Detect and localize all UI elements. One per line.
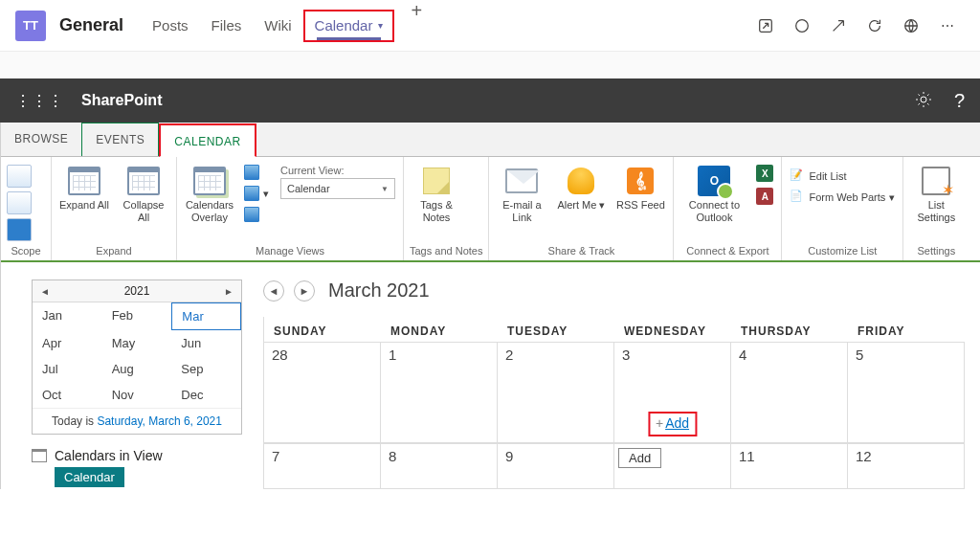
mini-cal-month[interactable]: Dec [171,382,241,408]
add-plain-button[interactable]: Add [618,448,661,468]
settings-gear-icon[interactable] [914,90,933,112]
mini-cal-prev[interactable]: ◄ [40,286,50,297]
tab-calendar[interactable]: Calendar ▾ [303,10,395,42]
calendar-day-cell[interactable]: Add [614,443,731,489]
add-tab-button[interactable]: + [402,0,431,52]
ribbon-tab-calendar[interactable]: CALENDAR [159,123,256,157]
current-view-label: Current View: [280,165,395,176]
open-access-button[interactable]: A [754,186,775,207]
rss-feed-button[interactable]: 𝄠 RSS Feed [613,161,667,212]
connect-outlook-button[interactable]: O Connect to Outlook [679,161,748,224]
mini-cal-next[interactable]: ► [224,286,234,297]
ribbon-tab-browse[interactable]: BROWSE [1,123,81,156]
tab-calendar-label: Calendar [315,17,373,34]
mini-cal-month[interactable]: Oct [33,382,102,408]
create-view-button[interactable] [242,163,271,182]
ribbon-group-scope: Scope [1,157,52,260]
ribbon-group-label: Connect & Export [679,243,775,258]
email-link-button[interactable]: E-mail a Link [495,161,548,224]
expand-icon[interactable] [829,16,848,35]
tags-notes-button[interactable]: Tags & Notes [410,161,463,224]
dropdown-icon: ▼ [381,185,389,193]
ribbon-tabs: BROWSE EVENTS CALENDAR [1,123,980,157]
calendar-expand-icon [68,167,100,195]
more-icon[interactable]: ⋯ [938,16,957,35]
calendar-day-cell[interactable]: 12 [848,443,965,489]
export-excel-button[interactable]: X [754,163,775,184]
svg-point-3 [921,97,926,102]
expand-all-button[interactable]: Expand All [57,161,111,212]
mini-cal-today: Today is Saturday, March 6, 2021 [33,408,241,434]
form-web-parts-button[interactable]: 📄Form Web Parts ▾ [788,188,897,207]
refresh-icon[interactable] [865,16,884,35]
scope-day-button[interactable] [7,165,32,188]
bell-icon [568,168,594,194]
channel-tabs: Posts Files Wiki Calendar ▾ + [141,0,431,52]
channel-name: General [59,15,123,35]
mini-cal-year[interactable]: 2021 [124,284,150,298]
modify-view-button[interactable]: ▾ [242,184,271,203]
app-icon[interactable] [756,16,775,35]
create-column-button[interactable] [242,205,271,224]
mini-cal-month[interactable]: Feb [102,302,172,330]
calendar-day-cell[interactable]: 1 [381,342,498,443]
ribbon-group-settings: List Settings Settings [903,157,969,260]
calendar-nav-header: ◄ ► March 2021 [263,280,980,302]
mini-cal-month[interactable]: Jun [171,330,241,356]
calendar-day-cell[interactable]: 4 [731,342,848,443]
mini-cal-month[interactable]: Mar [171,302,241,330]
ribbon-group-label: Settings [909,243,963,258]
calendar-day-cell[interactable]: 28 [264,342,381,443]
mini-cal-month[interactable]: Jan [33,302,102,330]
calendar-day-cell[interactable]: 11 [731,443,848,489]
collapse-all-button[interactable]: Collapse All [117,161,170,224]
help-icon[interactable]: ? [954,90,965,112]
edit-list-button[interactable]: 📝Edit List [788,167,897,186]
mini-cal-month[interactable]: Nov [102,382,172,408]
header-actions: ⋯ [756,16,965,35]
mini-cal-month[interactable]: Sep [171,356,241,382]
ribbon-tab-events[interactable]: EVENTS [81,123,159,156]
scope-week-button[interactable] [7,191,32,214]
sharepoint-title: SharePoint [81,92,162,109]
current-view-select[interactable]: Calendar ▼ [280,178,395,199]
day-header: WEDNESDAY [614,317,731,342]
mini-cal-month[interactable]: Apr [33,330,102,356]
calendars-overlay-button[interactable]: Calendars Overlay [183,161,236,224]
plus-icon: + [656,415,663,431]
ribbon-group-connect: O Connect to Outlook X A Connect & Expor… [674,157,782,260]
calendar-in-view-item[interactable]: Calendar [55,467,124,487]
tab-wiki[interactable]: Wiki [253,0,302,52]
tab-files[interactable]: Files [200,0,254,52]
cal-prev-button[interactable]: ◄ [263,280,284,302]
calendar-day-cell[interactable]: 9 [498,443,614,489]
current-view-value: Calendar [287,183,330,194]
calendars-in-view-header[interactable]: Calendars in View [32,448,242,463]
tab-posts[interactable]: Posts [141,0,200,52]
cal-next-button[interactable]: ► [294,280,315,302]
access-icon: A [756,188,773,205]
add-event-button[interactable]: +Add [648,412,697,436]
list-settings-button[interactable]: List Settings [909,161,963,224]
mini-cal-month[interactable]: Aug [102,356,172,382]
edit-icon: 📝 [790,168,805,184]
scope-month-button[interactable] [7,218,32,241]
calendar-day-cell[interactable]: 2 [498,342,614,443]
calendar-day-cell[interactable]: 8 [381,443,498,489]
calendar-day-cell[interactable]: 3+Add [614,342,731,443]
waffle-icon[interactable]: ⋮⋮⋮ [15,92,64,110]
column-icon [244,207,259,222]
team-avatar[interactable]: TT [15,11,46,41]
chevron-down-icon: ▾ [378,20,383,31]
calendar-day-cell[interactable]: 7 [264,443,381,489]
mini-cal-month[interactable]: May [102,330,172,356]
globe-icon[interactable] [902,16,921,35]
chat-icon[interactable] [792,16,812,35]
calendar-day-cell[interactable]: 5 [848,342,965,443]
today-link[interactable]: Saturday, March 6, 2021 [97,414,222,428]
mini-cal-month[interactable]: Jul [33,356,102,382]
day-header: SUNDAY [264,317,381,342]
calendars-overlay-icon [193,167,226,195]
ribbon-group-label: Tags and Notes [410,243,482,258]
alert-me-button[interactable]: Alert Me ▾ [554,161,608,212]
